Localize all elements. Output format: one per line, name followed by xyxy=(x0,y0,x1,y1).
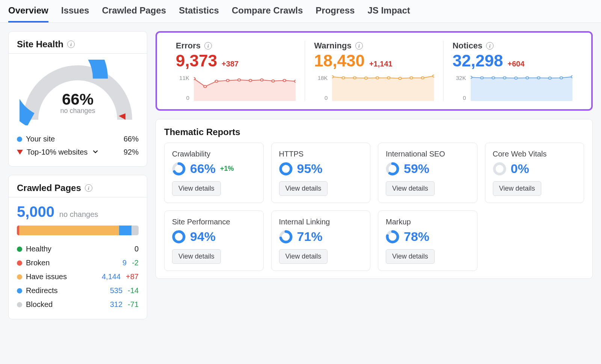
legend-dot xyxy=(17,260,22,266)
legend-label: Your site xyxy=(26,135,55,143)
crawled-row-value: 312 xyxy=(110,300,122,309)
sparkline xyxy=(194,75,296,101)
info-icon[interactable]: i xyxy=(67,41,75,48)
svg-point-19 xyxy=(421,77,424,79)
view-details-button[interactable]: View details xyxy=(493,181,542,196)
metric-errors[interactable]: Errorsi 9,373+387 11K0 xyxy=(167,41,305,101)
tab-js-impact[interactable]: JS Impact xyxy=(367,5,410,23)
site-health-gauge: 66% no changes xyxy=(20,60,136,127)
crawled-total: 5,000 xyxy=(17,203,54,220)
svg-point-2 xyxy=(204,86,206,88)
ring-icon xyxy=(279,162,293,176)
crawled-pages-card: Crawled Pages i 5,000 no changes Healthy… xyxy=(8,175,147,319)
site-health-legend-row[interactable]: Top-10% websites92% xyxy=(17,146,139,159)
metric-notices[interactable]: Noticesi 32,298+604 32K0 xyxy=(443,41,581,101)
crawled-subtitle: no changes xyxy=(59,210,98,218)
report-value: 71% xyxy=(297,229,323,244)
svg-point-25 xyxy=(515,77,517,79)
tab-compare-crawls[interactable]: Compare Crawls xyxy=(232,5,303,23)
svg-point-29 xyxy=(560,77,562,79)
report-crawlability: Crawlability 66% +1% View details xyxy=(164,143,264,203)
metric-title: Errors xyxy=(176,41,201,51)
svg-point-12 xyxy=(342,77,345,79)
ring-icon xyxy=(493,162,506,176)
info-icon[interactable]: i xyxy=(204,42,212,50)
svg-point-14 xyxy=(365,77,367,79)
spark-top-label: 18K xyxy=(314,75,328,81)
bar-segment xyxy=(119,226,131,235)
crawled-row[interactable]: Healthy0 xyxy=(17,242,139,256)
svg-point-28 xyxy=(548,77,551,79)
site-health-title: Site Health i xyxy=(17,39,139,50)
view-details-button[interactable]: View details xyxy=(386,249,435,264)
crawled-pages-title-text: Crawled Pages xyxy=(17,183,81,193)
crawled-row-delta: -14 xyxy=(128,286,139,295)
svg-point-27 xyxy=(537,77,540,79)
svg-point-3 xyxy=(215,80,218,83)
metric-title: Warnings xyxy=(314,41,351,51)
svg-point-9 xyxy=(283,79,286,81)
view-details-button[interactable]: View details xyxy=(172,181,221,196)
crawled-row-delta: -2 xyxy=(132,259,139,267)
tab-statistics[interactable]: Statistics xyxy=(179,5,219,23)
svg-point-7 xyxy=(260,79,263,81)
site-health-subtitle: no changes xyxy=(20,107,136,115)
report-value: 94% xyxy=(190,229,216,244)
top-metrics-panel: Errorsi 9,373+387 11K0 Warningsi 18,430+… xyxy=(156,31,593,111)
report-title: Internal Linking xyxy=(279,218,363,226)
tab-overview[interactable]: Overview xyxy=(8,5,48,23)
report-delta: +1% xyxy=(220,165,234,173)
view-details-button[interactable]: View details xyxy=(279,249,328,264)
report-value: 66% xyxy=(190,161,216,176)
view-details-button[interactable]: View details xyxy=(172,249,221,264)
crawled-row[interactable]: Have issues4,144+87 xyxy=(17,270,139,284)
crawled-row-label: Redirects xyxy=(26,286,57,295)
metric-delta: +1,141 xyxy=(369,60,393,68)
tab-progress[interactable]: Progress xyxy=(316,5,355,23)
metric-value: 18,430 xyxy=(314,51,365,70)
svg-point-10 xyxy=(294,80,296,83)
crawled-row-delta: +87 xyxy=(126,272,139,281)
spark-top-label: 11K xyxy=(176,75,189,81)
info-icon[interactable]: i xyxy=(355,42,363,50)
report-international-seo: International SEO 59% View details xyxy=(378,143,477,203)
svg-point-22 xyxy=(480,77,483,79)
view-details-button[interactable]: View details xyxy=(279,181,328,196)
site-health-value: 66% xyxy=(20,90,136,108)
metric-warnings[interactable]: Warningsi 18,430+1,141 18K0 xyxy=(305,41,443,101)
svg-point-20 xyxy=(433,75,434,77)
svg-point-13 xyxy=(353,77,356,79)
crawled-row[interactable]: Blocked312-71 xyxy=(17,298,139,311)
thematic-reports-card: Thematic Reports Crawlability 66% +1% Vi… xyxy=(156,119,593,279)
ring-icon xyxy=(386,230,399,244)
crawled-row-label: Blocked xyxy=(26,300,53,309)
site-health-card: Site Health i 66% no changes xyxy=(8,31,147,167)
legend-label: Top-10% websites xyxy=(27,148,88,156)
divider xyxy=(9,197,147,197)
sparkline xyxy=(471,75,572,101)
info-icon[interactable]: i xyxy=(85,184,92,192)
crawled-row-value: 0 xyxy=(134,245,139,253)
view-details-button[interactable]: View details xyxy=(386,181,435,196)
crawled-row[interactable]: Redirects535-14 xyxy=(17,284,139,298)
svg-point-37 xyxy=(494,164,505,174)
svg-point-24 xyxy=(503,77,506,79)
report-value: 95% xyxy=(297,161,323,176)
tab-issues[interactable]: Issues xyxy=(61,5,89,23)
crawled-row[interactable]: Broken9-2 xyxy=(17,256,139,270)
tab-crawled-pages[interactable]: Crawled Pages xyxy=(102,5,166,23)
legend-dot xyxy=(17,288,22,293)
report-title: Crawlability xyxy=(172,150,256,158)
report-core-web-vitals: Core Web Vitals 0% View details xyxy=(485,143,584,203)
report-title: Markup xyxy=(386,218,470,226)
info-icon[interactable]: i xyxy=(486,42,494,50)
legend-dot xyxy=(17,137,22,142)
crawled-row-value: 4,144 xyxy=(102,272,121,281)
spark-top-label: 32K xyxy=(453,75,466,81)
ring-icon xyxy=(172,162,186,176)
legend-pct: 66% xyxy=(124,135,139,143)
report-title: HTTPS xyxy=(279,150,363,158)
metric-delta: +387 xyxy=(222,60,239,68)
crawled-breakdown-bar xyxy=(17,226,139,235)
metric-title: Notices xyxy=(453,41,482,51)
